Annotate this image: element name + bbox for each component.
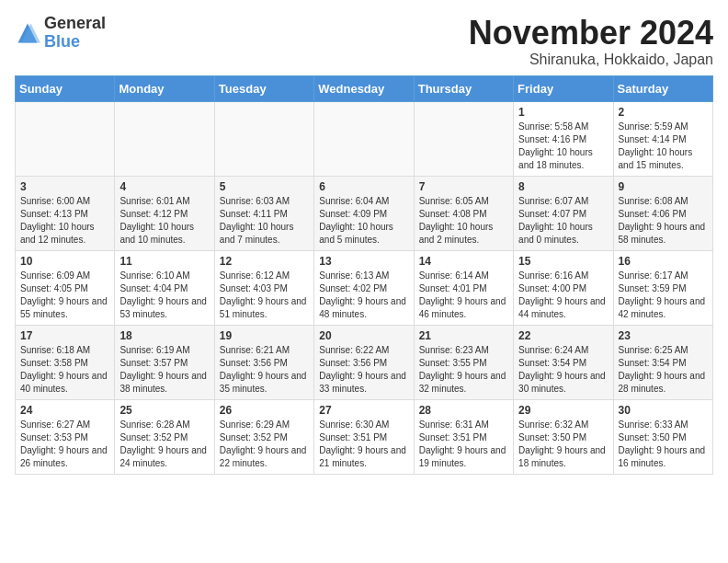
calendar-cell: 27Sunrise: 6:30 AMSunset: 3:51 PMDayligh… bbox=[314, 399, 414, 474]
day-info: Sunrise: 6:03 AMSunset: 4:11 PMDaylight:… bbox=[220, 195, 309, 247]
day-number: 11 bbox=[119, 255, 209, 268]
day-info: Sunrise: 6:32 AMSunset: 3:50 PMDaylight:… bbox=[518, 419, 608, 470]
day-number: 26 bbox=[220, 404, 309, 417]
day-number: 13 bbox=[319, 255, 408, 268]
calendar-cell: 11Sunrise: 6:10 AMSunset: 4:04 PMDayligh… bbox=[115, 250, 214, 325]
day-number: 22 bbox=[518, 329, 608, 342]
day-info: Sunrise: 6:21 AMSunset: 3:56 PMDaylight:… bbox=[220, 344, 309, 396]
day-info: Sunrise: 6:17 AMSunset: 3:59 PMDaylight:… bbox=[619, 270, 708, 321]
day-info: Sunrise: 6:31 AMSunset: 3:51 PMDaylight:… bbox=[419, 419, 508, 470]
day-number: 30 bbox=[619, 404, 708, 417]
day-info: Sunrise: 6:29 AMSunset: 3:52 PMDaylight:… bbox=[220, 419, 309, 470]
month-title: November 2024 bbox=[469, 15, 713, 52]
day-number: 24 bbox=[20, 404, 109, 417]
day-number: 6 bbox=[319, 180, 408, 193]
day-info: Sunrise: 6:19 AMSunset: 3:57 PMDaylight:… bbox=[119, 344, 209, 396]
day-number: 17 bbox=[20, 329, 109, 342]
calendar-cell: 29Sunrise: 6:32 AMSunset: 3:50 PMDayligh… bbox=[514, 399, 613, 474]
page-container: General Blue November 2024 Shiranuka, Ho… bbox=[15, 15, 713, 475]
day-number: 25 bbox=[119, 404, 209, 417]
day-info: Sunrise: 6:13 AMSunset: 4:02 PMDaylight:… bbox=[319, 270, 408, 321]
day-number: 5 bbox=[220, 180, 309, 193]
day-info: Sunrise: 6:25 AMSunset: 3:54 PMDaylight:… bbox=[619, 344, 708, 396]
calendar-cell: 4Sunrise: 6:01 AMSunset: 4:12 PMDaylight… bbox=[115, 176, 214, 250]
calendar-cell: 18Sunrise: 6:19 AMSunset: 3:57 PMDayligh… bbox=[115, 325, 214, 399]
calendar-week-3: 10Sunrise: 6:09 AMSunset: 4:05 PMDayligh… bbox=[16, 250, 713, 325]
day-info: Sunrise: 6:14 AMSunset: 4:01 PMDaylight:… bbox=[419, 270, 508, 321]
calendar-cell: 23Sunrise: 6:25 AMSunset: 3:54 PMDayligh… bbox=[613, 325, 712, 399]
calendar-cell: 13Sunrise: 6:13 AMSunset: 4:02 PMDayligh… bbox=[314, 250, 414, 325]
calendar-week-5: 24Sunrise: 6:27 AMSunset: 3:53 PMDayligh… bbox=[16, 399, 713, 474]
day-number: 20 bbox=[319, 329, 408, 342]
calendar-cell: 7Sunrise: 6:05 AMSunset: 4:08 PMDaylight… bbox=[414, 176, 513, 250]
calendar-cell: 8Sunrise: 6:07 AMSunset: 4:07 PMDaylight… bbox=[514, 176, 613, 250]
day-number: 14 bbox=[419, 255, 508, 268]
calendar-cell: 22Sunrise: 6:24 AMSunset: 3:54 PMDayligh… bbox=[514, 325, 613, 399]
calendar-cell: 14Sunrise: 6:14 AMSunset: 4:01 PMDayligh… bbox=[414, 250, 513, 325]
calendar-week-1: 1Sunrise: 5:58 AMSunset: 4:16 PMDaylight… bbox=[16, 101, 713, 176]
day-info: Sunrise: 5:59 AMSunset: 4:14 PMDaylight:… bbox=[619, 121, 708, 172]
calendar-cell: 24Sunrise: 6:27 AMSunset: 3:53 PMDayligh… bbox=[16, 399, 115, 474]
header-cell-wednesday: Wednesday bbox=[314, 75, 414, 101]
calendar-cell: 2Sunrise: 5:59 AMSunset: 4:14 PMDaylight… bbox=[613, 101, 712, 176]
calendar-header: SundayMondayTuesdayWednesdayThursdayFrid… bbox=[16, 75, 713, 101]
day-number: 2 bbox=[619, 106, 708, 119]
day-info: Sunrise: 6:16 AMSunset: 4:00 PMDaylight:… bbox=[518, 270, 608, 321]
day-number: 16 bbox=[619, 255, 708, 268]
day-info: Sunrise: 6:27 AMSunset: 3:53 PMDaylight:… bbox=[20, 419, 109, 470]
day-number: 21 bbox=[419, 329, 508, 342]
header-cell-thursday: Thursday bbox=[414, 75, 513, 101]
day-number: 15 bbox=[518, 255, 608, 268]
day-number: 9 bbox=[619, 180, 708, 193]
calendar-cell: 19Sunrise: 6:21 AMSunset: 3:56 PMDayligh… bbox=[214, 325, 313, 399]
day-info: Sunrise: 6:00 AMSunset: 4:13 PMDaylight:… bbox=[20, 195, 109, 247]
location-title: Shiranuka, Hokkaido, Japan bbox=[469, 52, 713, 68]
calendar-cell: 28Sunrise: 6:31 AMSunset: 3:51 PMDayligh… bbox=[414, 399, 513, 474]
day-info: Sunrise: 6:08 AMSunset: 4:06 PMDaylight:… bbox=[619, 195, 708, 247]
day-info: Sunrise: 6:07 AMSunset: 4:07 PMDaylight:… bbox=[518, 195, 608, 247]
day-info: Sunrise: 6:33 AMSunset: 3:50 PMDaylight:… bbox=[619, 419, 708, 470]
day-number: 3 bbox=[20, 180, 109, 193]
day-info: Sunrise: 6:30 AMSunset: 3:51 PMDaylight:… bbox=[319, 419, 408, 470]
day-number: 19 bbox=[220, 329, 309, 342]
day-number: 8 bbox=[518, 180, 608, 193]
calendar-cell bbox=[414, 101, 513, 176]
header-cell-tuesday: Tuesday bbox=[214, 75, 313, 101]
header-cell-saturday: Saturday bbox=[613, 75, 712, 101]
day-number: 23 bbox=[619, 329, 708, 342]
day-number: 28 bbox=[419, 404, 508, 417]
day-number: 18 bbox=[119, 329, 209, 342]
day-info: Sunrise: 6:09 AMSunset: 4:05 PMDaylight:… bbox=[20, 270, 109, 321]
calendar-cell: 25Sunrise: 6:28 AMSunset: 3:52 PMDayligh… bbox=[115, 399, 214, 474]
day-info: Sunrise: 6:05 AMSunset: 4:08 PMDaylight:… bbox=[419, 195, 508, 247]
calendar-cell bbox=[115, 101, 214, 176]
title-block: November 2024 Shiranuka, Hokkaido, Japan bbox=[469, 15, 713, 68]
day-number: 27 bbox=[319, 404, 408, 417]
calendar-cell: 15Sunrise: 6:16 AMSunset: 4:00 PMDayligh… bbox=[514, 250, 613, 325]
calendar-week-2: 3Sunrise: 6:00 AMSunset: 4:13 PMDaylight… bbox=[16, 176, 713, 250]
calendar-cell: 26Sunrise: 6:29 AMSunset: 3:52 PMDayligh… bbox=[214, 399, 313, 474]
day-info: Sunrise: 6:18 AMSunset: 3:58 PMDaylight:… bbox=[20, 344, 109, 396]
calendar-cell: 6Sunrise: 6:04 AMSunset: 4:09 PMDaylight… bbox=[314, 176, 414, 250]
calendar-cell: 30Sunrise: 6:33 AMSunset: 3:50 PMDayligh… bbox=[613, 399, 712, 474]
calendar-table: SundayMondayTuesdayWednesdayThursdayFrid… bbox=[15, 75, 713, 475]
day-number: 29 bbox=[518, 404, 608, 417]
calendar-cell bbox=[314, 101, 414, 176]
day-info: Sunrise: 6:04 AMSunset: 4:09 PMDaylight:… bbox=[319, 195, 408, 247]
header: General Blue November 2024 Shiranuka, Ho… bbox=[15, 15, 713, 68]
logo-text: General Blue bbox=[44, 15, 106, 52]
calendar-cell: 5Sunrise: 6:03 AMSunset: 4:11 PMDaylight… bbox=[214, 176, 313, 250]
calendar-cell: 9Sunrise: 6:08 AMSunset: 4:06 PMDaylight… bbox=[613, 176, 712, 250]
calendar-cell: 16Sunrise: 6:17 AMSunset: 3:59 PMDayligh… bbox=[613, 250, 712, 325]
calendar-cell: 17Sunrise: 6:18 AMSunset: 3:58 PMDayligh… bbox=[16, 325, 115, 399]
calendar-cell: 12Sunrise: 6:12 AMSunset: 4:03 PMDayligh… bbox=[214, 250, 313, 325]
header-cell-friday: Friday bbox=[514, 75, 613, 101]
calendar-cell bbox=[16, 101, 115, 176]
day-number: 1 bbox=[518, 106, 608, 119]
day-info: Sunrise: 6:23 AMSunset: 3:55 PMDaylight:… bbox=[419, 344, 508, 396]
day-number: 4 bbox=[119, 180, 209, 193]
logo-icon bbox=[15, 20, 40, 46]
day-info: Sunrise: 6:10 AMSunset: 4:04 PMDaylight:… bbox=[119, 270, 209, 321]
day-number: 12 bbox=[220, 255, 309, 268]
day-number: 7 bbox=[419, 180, 508, 193]
